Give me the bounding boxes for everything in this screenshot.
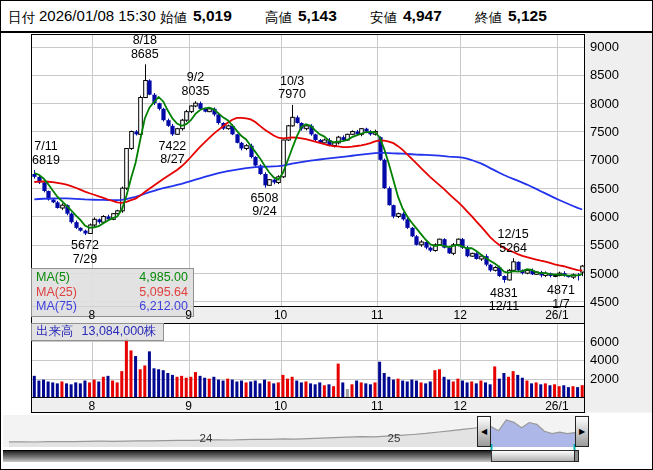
ohlc-header-bar: 日付 2026/01/08 15:30 始値 5,019 高値 5,143 安値… bbox=[1, 1, 652, 33]
right-arrow-icon: ▶ bbox=[579, 427, 585, 436]
navigator-scroll-right-button[interactable]: ▶ bbox=[575, 416, 589, 447]
high-value: 5,143 bbox=[298, 7, 337, 25]
close-label: 終値 bbox=[475, 9, 502, 27]
low-label: 安値 bbox=[370, 9, 397, 27]
left-arrow-icon: ◀ bbox=[481, 427, 487, 436]
horizontal-scrollbar-thumb[interactable] bbox=[491, 450, 575, 462]
stock-chart-window: 日付 2026/01/08 15:30 始値 5,019 高値 5,143 安値… bbox=[0, 0, 653, 470]
open-value: 5,019 bbox=[193, 7, 232, 25]
horizontal-scrollbar-end-cap[interactable] bbox=[574, 450, 579, 462]
navigator-selection-window[interactable] bbox=[491, 416, 575, 447]
date-value: 2026/01/08 15:30 bbox=[39, 7, 156, 24]
high-label: 高値 bbox=[265, 9, 292, 27]
candlestick-chart-canvas[interactable] bbox=[1, 1, 653, 470]
date-label: 日付 bbox=[8, 9, 35, 27]
open-label: 始値 bbox=[160, 9, 187, 27]
navigator-scroll-left-button[interactable]: ◀ bbox=[477, 416, 491, 447]
close-value: 5,125 bbox=[508, 7, 547, 25]
low-value: 4,947 bbox=[403, 7, 442, 25]
